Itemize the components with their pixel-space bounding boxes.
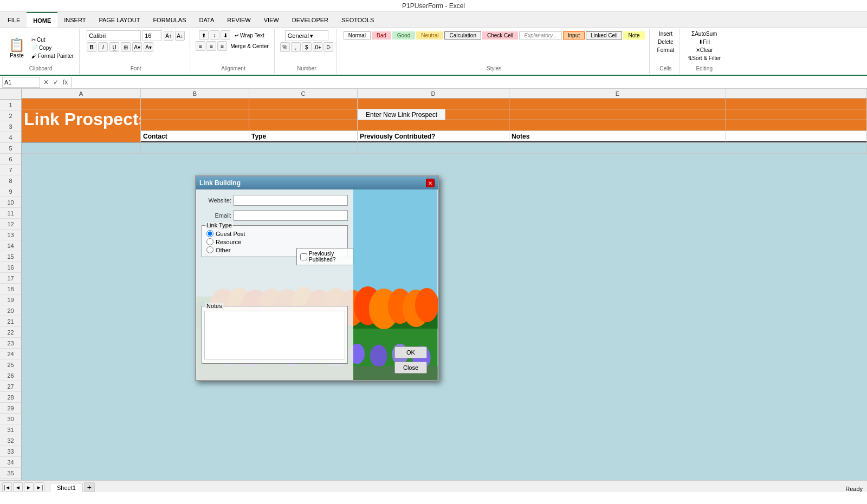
cell-extra-1[interactable] [726, 99, 867, 109]
cell-e3[interactable] [509, 120, 726, 130]
notes-textarea[interactable] [204, 311, 345, 359]
autosum-button[interactable]: Σ AutoSum [689, 30, 719, 37]
cell-a1[interactable] [22, 99, 141, 109]
email-input[interactable] [234, 210, 348, 221]
style-bad[interactable]: Bad [372, 31, 391, 40]
function-insert-icon[interactable]: fx [62, 78, 69, 86]
resource-radio[interactable] [206, 238, 213, 245]
cell-e2[interactable] [509, 109, 726, 120]
guest-post-radio[interactable] [206, 230, 213, 237]
cell-b4[interactable]: Contact [141, 131, 249, 142]
formula-input[interactable] [74, 77, 865, 88]
merge-center-button[interactable]: Merge & Center [228, 41, 271, 51]
number-format-box[interactable]: General ▾ [285, 30, 328, 41]
clear-button[interactable]: ✕ Clear [694, 47, 715, 54]
other-radio[interactable] [206, 246, 213, 253]
delete-button[interactable]: Delete [656, 38, 676, 45]
cell-c2[interactable] [249, 109, 358, 120]
tab-file[interactable]: FILE [1, 12, 27, 28]
underline-button[interactable]: U [109, 42, 119, 52]
font-name-input[interactable] [87, 30, 141, 41]
style-explanatory[interactable]: Explanatory... [519, 31, 561, 40]
tab-developer[interactable]: DEVELOPER [286, 12, 335, 28]
cell-c4[interactable]: Type [249, 131, 358, 142]
cell-a2-title[interactable]: Link Prospects [22, 109, 141, 142]
align-bottom-button[interactable]: ⬇ [221, 30, 230, 40]
align-middle-button[interactable]: ↕ [210, 30, 219, 40]
bold-button[interactable]: B [87, 42, 96, 52]
cell-e4[interactable]: Notes [509, 131, 726, 142]
fill-color-button[interactable]: A▾ [132, 42, 142, 52]
cell-extra-2[interactable] [726, 109, 867, 120]
cell-reference-box[interactable] [2, 77, 40, 88]
enter-new-link-button[interactable]: Enter New Link Prospect [358, 109, 445, 120]
format-painter-button[interactable]: 🖌 Format Painter [29, 53, 76, 60]
wrap-text-button[interactable]: ↵ Wrap Text [231, 30, 268, 40]
dialog-close-button[interactable]: Close [394, 362, 427, 374]
insert-button[interactable]: Insert [657, 30, 675, 37]
website-input[interactable] [234, 195, 348, 206]
font-size-increase[interactable]: A↑ [164, 31, 173, 41]
cell-c3[interactable] [249, 120, 358, 130]
cell-b2[interactable] [141, 109, 249, 120]
align-right-button[interactable]: ≡ [217, 41, 227, 51]
align-left-button[interactable]: ≡ [196, 41, 205, 51]
tab-review[interactable]: REVIEW [221, 12, 257, 28]
align-top-button[interactable]: ⬆ [199, 30, 209, 40]
style-normal[interactable]: Normal [344, 31, 371, 40]
dialog-ok-button[interactable]: OK [394, 346, 427, 358]
sort-filter-button[interactable]: ⇅ Sort & Filter [685, 55, 723, 62]
cell-c1[interactable] [249, 99, 358, 109]
tab-page-layout[interactable]: PAGE LAYOUT [92, 12, 146, 28]
cell-d2-btn[interactable]: Enter New Link Prospect [358, 109, 509, 120]
cell-extra-4[interactable] [726, 131, 867, 142]
add-sheet-button[interactable]: + [84, 482, 95, 492]
tab-seotools[interactable]: SEOTOOLS [335, 12, 380, 28]
decimal-increase[interactable]: .0+ [313, 42, 322, 52]
copy-button[interactable]: 📄 Copy [29, 44, 76, 51]
style-check-cell[interactable]: Check Cell [482, 31, 518, 40]
prev-published-checkbox[interactable] [300, 253, 307, 260]
font-size-input[interactable] [143, 30, 162, 41]
fill-button[interactable]: ⬇ Fill [696, 38, 712, 45]
cell-c5[interactable] [249, 143, 358, 153]
cell-d3[interactable] [358, 120, 509, 130]
sheet1-tab[interactable]: Sheet1 [50, 483, 83, 492]
cell-a5[interactable] [22, 143, 141, 153]
style-good[interactable]: Good [392, 31, 415, 40]
percent-button[interactable]: % [280, 42, 290, 52]
dialog-x-button[interactable]: ✕ [426, 179, 435, 187]
style-calculation[interactable]: Calculation [444, 31, 481, 40]
align-center-button[interactable]: ≡ [206, 41, 216, 51]
tab-prev-button[interactable]: ◄ [13, 482, 23, 492]
cut-button[interactable]: ✂ Cut [29, 36, 76, 43]
cell-e5[interactable] [509, 143, 726, 153]
cell-b5[interactable] [141, 143, 249, 153]
tab-formulas[interactable]: FORMULAS [146, 12, 192, 28]
comma-button[interactable]: , [291, 42, 301, 52]
border-button[interactable]: ⊞ [121, 42, 131, 52]
link-building-dialog[interactable]: Link Building ✕ [195, 175, 439, 381]
style-input[interactable]: Input [563, 31, 585, 40]
cell-d4[interactable]: Previously Contributed? [358, 131, 509, 142]
tab-data[interactable]: DATA [193, 12, 221, 28]
decimal-decrease[interactable]: .0- [323, 42, 333, 52]
tab-first-button[interactable]: |◄ [2, 482, 12, 492]
remaining-rows[interactable] [22, 154, 867, 414]
cell-e1[interactable] [509, 99, 726, 109]
function-confirm-icon[interactable]: ✓ [52, 78, 60, 86]
format-button[interactable]: Format [655, 47, 677, 54]
italic-button[interactable]: I [98, 42, 108, 52]
cell-b3[interactable] [141, 120, 249, 130]
cell-extra-3[interactable] [726, 120, 867, 130]
currency-button[interactable]: $ [302, 42, 312, 52]
font-size-decrease[interactable]: A↓ [175, 31, 185, 41]
tab-last-button[interactable]: ►| [35, 482, 44, 492]
tab-home[interactable]: HOME [27, 12, 57, 28]
function-cancel-icon[interactable]: ✕ [42, 78, 50, 86]
style-note[interactable]: Note [623, 31, 644, 40]
cell-d5[interactable] [358, 143, 509, 153]
tab-next-button[interactable]: ► [24, 482, 34, 492]
tab-view[interactable]: VIEW [257, 12, 286, 28]
paste-button[interactable]: 📋 Paste [5, 36, 28, 60]
